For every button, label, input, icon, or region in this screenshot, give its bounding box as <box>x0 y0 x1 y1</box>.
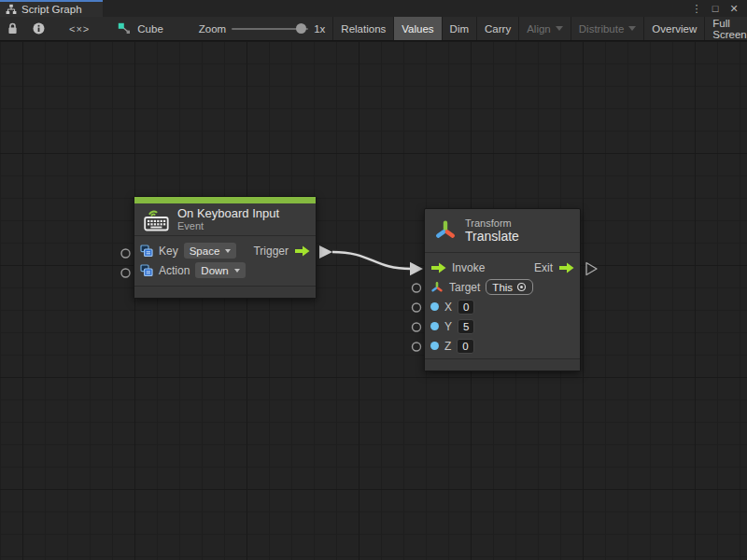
tab-script-graph[interactable]: Script Graph <box>0 0 103 17</box>
invoke-label: Invoke <box>452 261 485 274</box>
carry-button[interactable]: Carry <box>476 17 518 40</box>
z-value-input[interactable]: 0 <box>457 339 473 354</box>
key-value: Space <box>190 245 220 257</box>
align-button[interactable]: Align <box>518 17 571 40</box>
maximize-icon[interactable]: □ <box>708 1 723 16</box>
wire-arrowhead <box>410 262 423 275</box>
zoom-label: Zoom <box>199 23 226 35</box>
invoke-input-port[interactable] <box>430 262 446 273</box>
chevron-down-icon <box>234 269 240 273</box>
y-label: Y <box>444 320 452 333</box>
translate-target-port[interactable] <box>413 284 421 292</box>
lock-icon <box>7 22 18 35</box>
trigger-output-port[interactable] <box>294 245 310 257</box>
transform-icon <box>434 219 457 242</box>
dim-button[interactable]: Dim <box>442 17 476 40</box>
chevron-down-icon <box>556 26 563 31</box>
on-keyboard-input-node[interactable]: On Keyboard Input Event Key Spac <box>134 196 317 299</box>
x-value-input[interactable]: 0 <box>458 300 474 315</box>
toolbar-toggles: Relations Values Dim Carry Align Distrib… <box>332 17 747 40</box>
action-row: Action Down <box>140 260 310 280</box>
key-dropdown[interactable]: Space <box>184 243 237 259</box>
graph-toolbar: <×> Cube Zoom 1x Relations Values <box>0 17 747 41</box>
tab-label: Script Graph <box>21 4 82 15</box>
event-node-header: On Keyboard Input Event <box>134 203 316 236</box>
info-icon <box>33 22 45 35</box>
window-menu-icon[interactable]: ⋮ <box>689 1 704 16</box>
zoom-slider-track[interactable] <box>232 28 308 30</box>
titlebar: Script Graph ⋮ □ ✕ <box>0 0 747 17</box>
transform-type-icon <box>430 281 444 294</box>
enum-type-icon <box>140 264 153 277</box>
code-view-button[interactable]: <×> <box>52 17 106 40</box>
titlebar-spacer <box>103 0 689 17</box>
translate-x-port[interactable] <box>413 303 421 312</box>
y-value-port-icon <box>430 322 439 330</box>
translate-node-title: Translate <box>465 230 519 244</box>
target-name-label: Cube <box>137 23 163 35</box>
connections-layer <box>0 41 747 560</box>
info-button[interactable] <box>25 17 52 40</box>
zoom-value: 1x <box>314 23 325 35</box>
code-icon: <×> <box>69 23 90 35</box>
close-icon[interactable]: ✕ <box>726 1 741 16</box>
translate-node-header: Transform Translate <box>425 209 580 253</box>
chevron-down-icon <box>628 26 636 31</box>
carry-label: Carry <box>485 23 511 35</box>
script-graph-window: Script Graph ⋮ □ ✕ <×> <box>0 0 747 560</box>
wire-start-triangle[interactable] <box>319 245 332 259</box>
exit-label: Exit <box>534 261 553 274</box>
overview-button[interactable]: Overview <box>643 17 704 40</box>
action-label: Action <box>159 264 190 277</box>
chevron-down-icon <box>225 249 231 253</box>
z-value-port-icon <box>430 342 439 350</box>
align-label: Align <box>527 23 551 35</box>
invoke-row: Invoke Exit <box>430 258 574 277</box>
event-action-port[interactable] <box>121 269 130 277</box>
x-value-port-icon <box>430 302 439 311</box>
dim-label: Dim <box>450 23 469 35</box>
event-node-subtitle: Event <box>177 220 279 232</box>
event-node-title: On Keyboard Input <box>177 206 279 220</box>
z-row: Z 0 <box>430 336 574 356</box>
key-row: Key Space Trigger <box>140 241 310 260</box>
y-value-input[interactable]: 5 <box>458 319 474 334</box>
action-value: Down <box>201 265 228 276</box>
full-screen-button[interactable]: Full Screen <box>704 17 747 40</box>
event-node-body: Key Space Trigger <box>134 236 316 280</box>
target-this-button[interactable]: This <box>486 279 533 295</box>
enum-type-icon <box>140 245 153 258</box>
graph-hierarchy-icon <box>6 4 17 15</box>
y-row: Y 5 <box>430 316 574 336</box>
x-row: X 0 <box>430 297 574 316</box>
values-label: Values <box>402 23 433 35</box>
translate-node-body: Invoke Exit <box>425 253 580 356</box>
target-picker-icon <box>516 282 527 292</box>
distribute-label: Distribute <box>579 23 625 35</box>
translate-node[interactable]: Transform Translate Invoke Exit <box>424 208 581 371</box>
event-key-port[interactable] <box>121 249 130 258</box>
event-accent-bar <box>134 197 316 203</box>
graph-target-button[interactable]: Cube <box>106 17 175 40</box>
zoom-control: Zoom 1x <box>175 17 333 40</box>
graph-canvas[interactable]: On Keyboard Input Event Key Spac <box>0 41 747 560</box>
translate-y-port[interactable] <box>413 323 421 331</box>
action-dropdown[interactable]: Down <box>195 262 245 278</box>
translate-node-footer <box>425 358 580 371</box>
relations-label: Relations <box>341 23 386 35</box>
distribute-button[interactable]: Distribute <box>571 17 644 40</box>
values-button[interactable]: Values <box>393 17 441 40</box>
full-screen-label: Full Screen <box>712 18 746 40</box>
target-value: This <box>492 282 513 293</box>
x-label: X <box>444 301 452 314</box>
node-target-icon <box>118 22 131 35</box>
exit-output-port[interactable] <box>558 262 574 273</box>
keyboard-event-icon <box>144 207 169 231</box>
translate-z-port[interactable] <box>413 343 421 351</box>
relations-button[interactable]: Relations <box>332 17 393 40</box>
key-label: Key <box>159 245 178 258</box>
exit-flow-port[interactable] <box>586 263 597 275</box>
trigger-label: Trigger <box>253 245 289 258</box>
lock-button[interactable] <box>0 17 25 40</box>
zoom-slider-handle[interactable] <box>296 23 306 34</box>
